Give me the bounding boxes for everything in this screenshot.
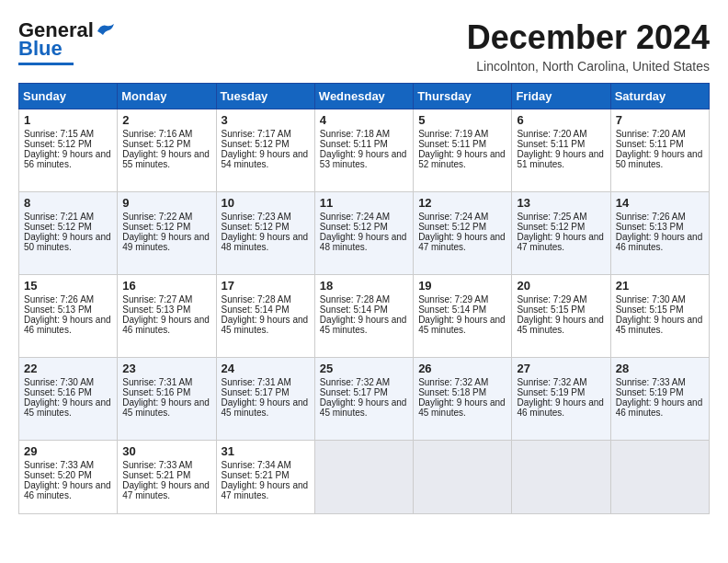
calendar-week-row: 22Sunrise: 7:30 AMSunset: 5:16 PMDayligh… <box>19 358 710 441</box>
calendar-week-row: 29Sunrise: 7:33 AMSunset: 5:20 PMDayligh… <box>19 441 710 514</box>
calendar-cell: 1Sunrise: 7:15 AMSunset: 5:12 PMDaylight… <box>19 109 118 192</box>
daylight-text: Daylight: 9 hours and 49 minutes. <box>122 232 210 252</box>
daylight-text: Daylight: 9 hours and 45 minutes. <box>24 397 112 418</box>
calendar-cell: 25Sunrise: 7:32 AMSunset: 5:17 PMDayligh… <box>314 358 413 441</box>
daylight-text: Daylight: 9 hours and 45 minutes. <box>222 315 310 335</box>
sunset-text: Sunset: 5:11 PM <box>616 139 704 149</box>
daylight-text: Daylight: 9 hours and 54 minutes. <box>222 149 310 169</box>
day-number: 22 <box>24 362 112 375</box>
sunrise-text: Sunrise: 7:32 AM <box>320 377 408 387</box>
day-number: 28 <box>616 362 704 375</box>
day-number: 12 <box>418 196 506 210</box>
day-number: 8 <box>24 196 112 210</box>
day-number: 15 <box>24 279 112 293</box>
sunset-text: Sunset: 5:20 PM <box>24 470 112 480</box>
sunset-text: Sunset: 5:18 PM <box>418 387 506 397</box>
calendar-cell: 26Sunrise: 7:32 AMSunset: 5:18 PMDayligh… <box>414 358 512 441</box>
calendar-cell: 5Sunrise: 7:19 AMSunset: 5:11 PMDaylight… <box>414 109 512 192</box>
calendar-body: 1Sunrise: 7:15 AMSunset: 5:12 PMDaylight… <box>19 109 710 514</box>
sunrise-text: Sunrise: 7:26 AM <box>24 294 112 304</box>
column-header-friday: Friday <box>512 84 610 109</box>
sunrise-text: Sunrise: 7:33 AM <box>24 460 112 470</box>
calendar-cell: 2Sunrise: 7:16 AMSunset: 5:12 PMDaylight… <box>118 109 216 192</box>
day-number: 20 <box>517 279 605 293</box>
sunset-text: Sunset: 5:12 PM <box>24 139 112 149</box>
sunset-text: Sunset: 5:14 PM <box>222 304 310 315</box>
sunrise-text: Sunrise: 7:29 AM <box>517 294 605 304</box>
daylight-text: Daylight: 9 hours and 45 minutes. <box>418 397 506 418</box>
sunset-text: Sunset: 5:12 PM <box>418 222 506 232</box>
day-number: 10 <box>222 196 310 210</box>
column-header-thursday: Thursday <box>414 84 512 109</box>
page-header: General Blue December 2024 Lincolnton, N… <box>18 18 710 74</box>
day-number: 2 <box>122 113 210 127</box>
daylight-text: Daylight: 9 hours and 47 minutes. <box>122 480 210 500</box>
sunrise-text: Sunrise: 7:15 AM <box>24 129 112 139</box>
calendar-cell: 29Sunrise: 7:33 AMSunset: 5:20 PMDayligh… <box>19 441 118 514</box>
daylight-text: Daylight: 9 hours and 46 minutes. <box>24 315 112 335</box>
sunset-text: Sunset: 5:21 PM <box>222 470 310 480</box>
daylight-text: Daylight: 9 hours and 45 minutes. <box>418 315 506 335</box>
day-number: 30 <box>122 444 210 458</box>
sunset-text: Sunset: 5:12 PM <box>222 139 310 149</box>
day-number: 14 <box>616 196 704 210</box>
sunrise-text: Sunrise: 7:33 AM <box>122 460 210 470</box>
day-number: 25 <box>320 362 408 375</box>
day-number: 5 <box>418 113 506 127</box>
calendar-cell: 12Sunrise: 7:24 AMSunset: 5:12 PMDayligh… <box>414 192 512 275</box>
sunrise-text: Sunrise: 7:18 AM <box>320 129 408 139</box>
sunrise-text: Sunrise: 7:19 AM <box>418 129 506 139</box>
day-number: 21 <box>616 279 704 293</box>
day-number: 31 <box>222 444 310 458</box>
sunset-text: Sunset: 5:11 PM <box>320 139 408 149</box>
sunset-text: Sunset: 5:12 PM <box>24 222 112 232</box>
location: Lincolnton, North Carolina, United State… <box>467 59 710 74</box>
sunset-text: Sunset: 5:21 PM <box>122 470 210 480</box>
day-number: 4 <box>320 113 408 127</box>
sunset-text: Sunset: 5:13 PM <box>24 304 112 315</box>
daylight-text: Daylight: 9 hours and 47 minutes. <box>517 232 605 252</box>
sunrise-text: Sunrise: 7:30 AM <box>24 377 112 387</box>
sunset-text: Sunset: 5:12 PM <box>517 222 605 232</box>
day-number: 16 <box>122 279 210 293</box>
sunrise-text: Sunrise: 7:20 AM <box>517 129 605 139</box>
sunrise-text: Sunrise: 7:24 AM <box>320 212 408 222</box>
calendar-cell: 23Sunrise: 7:31 AMSunset: 5:16 PMDayligh… <box>118 358 216 441</box>
sunrise-text: Sunrise: 7:27 AM <box>122 294 210 304</box>
sunrise-text: Sunrise: 7:28 AM <box>222 294 310 304</box>
day-number: 19 <box>418 279 506 293</box>
sunrise-text: Sunrise: 7:30 AM <box>616 294 704 304</box>
sunset-text: Sunset: 5:12 PM <box>122 222 210 232</box>
daylight-text: Daylight: 9 hours and 51 minutes. <box>517 149 605 169</box>
sunset-text: Sunset: 5:13 PM <box>616 222 704 232</box>
calendar-cell: 24Sunrise: 7:31 AMSunset: 5:17 PMDayligh… <box>216 358 314 441</box>
calendar-cell: 3Sunrise: 7:17 AMSunset: 5:12 PMDaylight… <box>216 109 314 192</box>
logo-bird-icon <box>96 22 116 39</box>
daylight-text: Daylight: 9 hours and 45 minutes. <box>320 397 408 418</box>
calendar-cell: 31Sunrise: 7:34 AMSunset: 5:21 PMDayligh… <box>216 441 314 514</box>
calendar-cell <box>512 441 610 514</box>
sunset-text: Sunset: 5:13 PM <box>122 304 210 315</box>
sunrise-text: Sunrise: 7:29 AM <box>418 294 506 304</box>
daylight-text: Daylight: 9 hours and 53 minutes. <box>320 149 408 169</box>
calendar-cell: 9Sunrise: 7:22 AMSunset: 5:12 PMDaylight… <box>118 192 216 275</box>
day-number: 6 <box>517 113 605 127</box>
sunrise-text: Sunrise: 7:26 AM <box>616 212 704 222</box>
calendar-cell: 30Sunrise: 7:33 AMSunset: 5:21 PMDayligh… <box>118 441 216 514</box>
sunset-text: Sunset: 5:19 PM <box>517 387 605 397</box>
calendar-cell: 27Sunrise: 7:32 AMSunset: 5:19 PMDayligh… <box>512 358 610 441</box>
sunrise-text: Sunrise: 7:32 AM <box>418 377 506 387</box>
sunset-text: Sunset: 5:12 PM <box>320 222 408 232</box>
column-header-wednesday: Wednesday <box>314 84 413 109</box>
day-number: 29 <box>24 444 112 458</box>
calendar-cell: 20Sunrise: 7:29 AMSunset: 5:15 PMDayligh… <box>512 275 610 358</box>
daylight-text: Daylight: 9 hours and 55 minutes. <box>122 149 210 169</box>
sunset-text: Sunset: 5:16 PM <box>24 387 112 397</box>
calendar-cell: 6Sunrise: 7:20 AMSunset: 5:11 PMDaylight… <box>512 109 610 192</box>
calendar-week-row: 8Sunrise: 7:21 AMSunset: 5:12 PMDaylight… <box>19 192 710 275</box>
daylight-text: Daylight: 9 hours and 48 minutes. <box>222 232 310 252</box>
daylight-text: Daylight: 9 hours and 46 minutes. <box>24 480 112 500</box>
day-number: 23 <box>122 362 210 375</box>
calendar-cell: 18Sunrise: 7:28 AMSunset: 5:14 PMDayligh… <box>314 275 413 358</box>
day-number: 17 <box>222 279 310 293</box>
